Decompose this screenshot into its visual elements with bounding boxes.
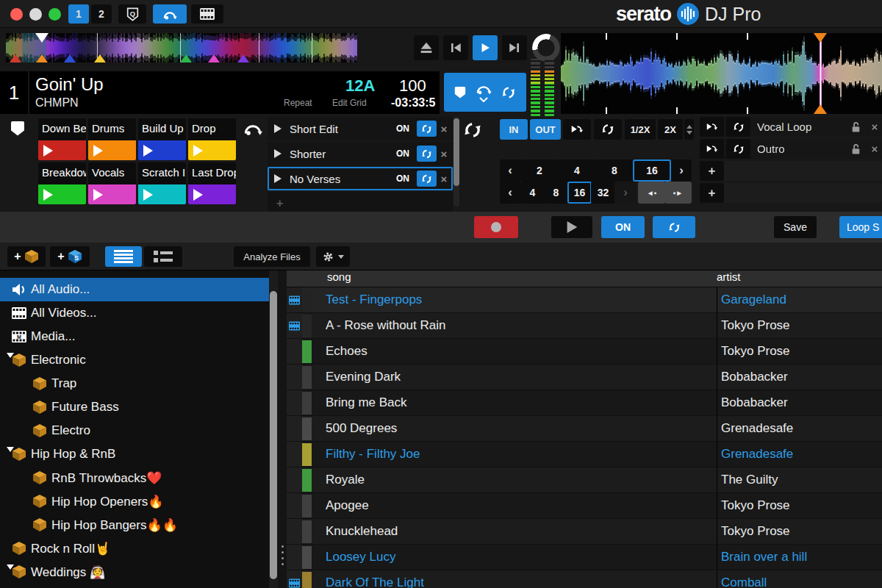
column-header-song[interactable]: song bbox=[287, 270, 717, 287]
sidebar-item-electronic[interactable]: Electronic bbox=[0, 348, 269, 372]
cue-pad-5[interactable]: Breakdow bbox=[38, 162, 86, 204]
table-row[interactable]: Echoes Tokyo Prose bbox=[287, 339, 882, 365]
loop-roll-button[interactable] bbox=[700, 117, 724, 137]
close-window-icon[interactable] bbox=[10, 8, 23, 21]
beatjump-4[interactable]: 4 bbox=[520, 182, 545, 204]
sidebar-scrollbar-thumb[interactable] bbox=[270, 291, 277, 579]
track-overview-waveform[interactable] bbox=[6, 33, 357, 62]
quantize-button[interactable]: Q bbox=[118, 4, 146, 24]
sidebar-scrollbar[interactable] bbox=[269, 270, 278, 588]
cue-pad-3[interactable]: Build Up bbox=[138, 118, 186, 160]
sidebar-item-media[interactable]: M Media... bbox=[0, 325, 269, 348]
flip-sync-button[interactable] bbox=[417, 146, 437, 162]
table-row[interactable]: Bring me Back Bobabacker bbox=[287, 390, 882, 416]
loop-slot-button[interactable]: Loop S bbox=[839, 216, 882, 238]
table-row[interactable]: Apogee Tokyo Prose bbox=[287, 493, 882, 519]
sidebar-item-electro[interactable]: Electro bbox=[0, 419, 269, 442]
cue-pad-2[interactable]: Drums bbox=[88, 118, 136, 160]
play-icon[interactable] bbox=[269, 124, 287, 133]
loop-size-4[interactable]: 4 bbox=[558, 159, 596, 182]
close-icon[interactable]: × bbox=[437, 123, 451, 135]
analyze-files-button[interactable]: Analyze Files bbox=[234, 246, 310, 267]
sidebar-item-rock-n-roll[interactable]: Rock n Roll🤘 bbox=[0, 537, 269, 560]
flip-row[interactable]: Shorter ON × bbox=[268, 142, 453, 165]
loop-size-prev-button[interactable]: ‹ bbox=[500, 159, 520, 182]
cue-pad-6[interactable]: Vocals bbox=[88, 162, 136, 204]
detail-view-button[interactable] bbox=[144, 246, 182, 267]
loop-size-8[interactable]: 8 bbox=[595, 159, 634, 182]
table-row[interactable]: Royale The Guilty bbox=[287, 467, 882, 493]
loop-in-button[interactable]: IN bbox=[500, 119, 528, 140]
practice-mode-button[interactable] bbox=[153, 4, 187, 24]
flip-on-button[interactable]: ON bbox=[601, 216, 645, 238]
beatgrid-marker-bottom-icon[interactable] bbox=[814, 104, 827, 114]
loop-double-button[interactable]: 2X bbox=[658, 119, 683, 140]
saved-loop-row[interactable]: Outro × bbox=[700, 139, 882, 159]
close-icon[interactable]: × bbox=[437, 173, 451, 185]
sidebar-item-trap[interactable]: Trap bbox=[0, 372, 269, 395]
previous-track-button[interactable] bbox=[443, 35, 468, 60]
flip-scrollbar-thumb[interactable] bbox=[453, 118, 459, 186]
beatjump-32[interactable]: 32 bbox=[591, 182, 615, 204]
library-settings-button[interactable] bbox=[316, 246, 350, 267]
flip-play-button[interactable] bbox=[551, 216, 592, 238]
table-row[interactable]: Knucklehead Tokyo Prose bbox=[287, 519, 882, 545]
close-icon[interactable]: × bbox=[437, 148, 451, 160]
close-icon[interactable]: × bbox=[867, 143, 882, 155]
table-row[interactable]: Evening Dark Bobabacker bbox=[287, 365, 882, 390]
cue-pad-1[interactable]: Down Be bbox=[38, 118, 86, 160]
time-remaining[interactable]: -03:33:5 bbox=[391, 96, 435, 110]
saved-loop-row[interactable]: Vocal Loop × bbox=[700, 117, 882, 137]
eject-button[interactable] bbox=[414, 35, 439, 60]
loop-half-button[interactable]: 1/2X bbox=[625, 119, 656, 140]
table-row[interactable]: Loosey Lucy Brain over a hill bbox=[287, 545, 882, 570]
cue-pad-4[interactable]: Drop bbox=[188, 118, 236, 160]
flip-row-selected[interactable]: No Verses ON × bbox=[268, 167, 453, 190]
add-smart-crate-button[interactable]: + S bbox=[50, 246, 90, 267]
flip-on-toggle[interactable]: ON bbox=[396, 173, 417, 184]
sidebar-item-hip-hop-bangers[interactable]: Hip Hop Bangers🔥🔥 bbox=[0, 513, 269, 537]
sidebar-item-partial[interactable] bbox=[0, 584, 269, 588]
table-row[interactable]: Filthy - Filthy Joe Grenadesafe bbox=[287, 442, 882, 467]
table-row[interactable]: 500 Degrees Grenadesafe bbox=[287, 416, 882, 442]
deck-tab-1[interactable]: 1 bbox=[68, 4, 89, 24]
loop-size-next-button[interactable]: › bbox=[671, 159, 692, 182]
flip-on-toggle[interactable]: ON bbox=[396, 148, 417, 159]
flip-sync-button[interactable] bbox=[417, 121, 437, 137]
loop-active-button[interactable] bbox=[594, 119, 622, 140]
column-header-artist[interactable]: artist bbox=[717, 270, 741, 287]
loop-sync-icon[interactable] bbox=[463, 121, 482, 140]
sidebar-item-hip-hop-openers[interactable]: Hip Hop Openers🔥 bbox=[0, 490, 269, 513]
loop-icon[interactable] bbox=[726, 139, 750, 159]
maximize-window-icon[interactable] bbox=[49, 8, 61, 21]
loop-size-16-active[interactable]: 16 bbox=[633, 159, 671, 182]
table-row[interactable]: Test - Fingerpops Garageland bbox=[287, 287, 882, 313]
deck-status-panel[interactable] bbox=[444, 73, 526, 112]
beatjump-forward-button[interactable]: ▪► bbox=[664, 182, 692, 204]
add-loop-slot[interactable]: + bbox=[700, 183, 882, 203]
flip-scrollbar[interactable] bbox=[453, 117, 459, 207]
sidebar-item-all-audio[interactable]: All Audio... bbox=[0, 278, 269, 301]
sidebar-item-hip-hop-rnb[interactable]: Hip Hop & RnB bbox=[0, 442, 269, 466]
close-icon[interactable]: × bbox=[867, 121, 882, 133]
deck-tab-2[interactable]: 2 bbox=[91, 4, 112, 24]
save-button[interactable]: Save bbox=[774, 216, 817, 238]
beatjump-next-button-disabled[interactable]: › bbox=[614, 182, 637, 204]
video-panel-button[interactable] bbox=[191, 4, 223, 24]
lock-icon[interactable] bbox=[851, 121, 867, 133]
loop-roll-button[interactable] bbox=[563, 119, 591, 140]
play-icon[interactable] bbox=[269, 149, 287, 158]
table-row[interactable]: A - Rose without Rain Tokyo Prose bbox=[287, 313, 882, 339]
loop-icon[interactable] bbox=[726, 117, 750, 137]
loop-size-2[interactable]: 2 bbox=[520, 159, 559, 182]
beatjump-back-button[interactable]: ◄▪ bbox=[638, 182, 665, 204]
list-view-button[interactable] bbox=[105, 246, 142, 267]
stepper-down-icon[interactable] bbox=[686, 131, 692, 135]
beatgrid-marker-top-icon[interactable] bbox=[814, 33, 827, 43]
flip-on-toggle[interactable]: ON bbox=[396, 123, 417, 134]
add-loop-slot[interactable]: + bbox=[700, 161, 882, 181]
cue-pad-8[interactable]: Last Drop bbox=[188, 162, 236, 204]
minimize-window-icon[interactable] bbox=[29, 8, 42, 21]
cue-pad-7[interactable]: Scratch I bbox=[138, 162, 186, 204]
loop-size-stepper[interactable] bbox=[684, 119, 694, 140]
